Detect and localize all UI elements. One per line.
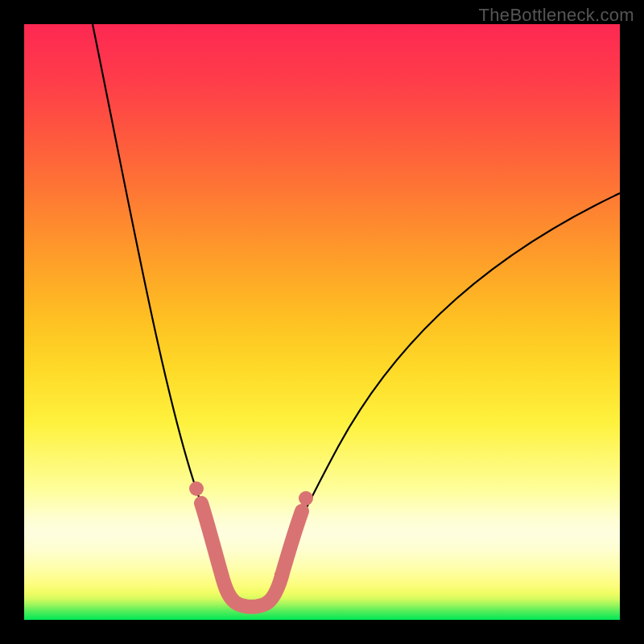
chart-container: TheBottleneck.com	[0, 0, 644, 644]
curve-left	[93, 24, 226, 575]
valley-highlight	[201, 503, 302, 607]
curve-right	[275, 193, 620, 575]
valley-dot-right	[299, 491, 313, 506]
valley-dot-left	[189, 481, 204, 496]
chart-svg	[0, 0, 644, 644]
watermark-text: TheBottleneck.com	[479, 5, 634, 26]
